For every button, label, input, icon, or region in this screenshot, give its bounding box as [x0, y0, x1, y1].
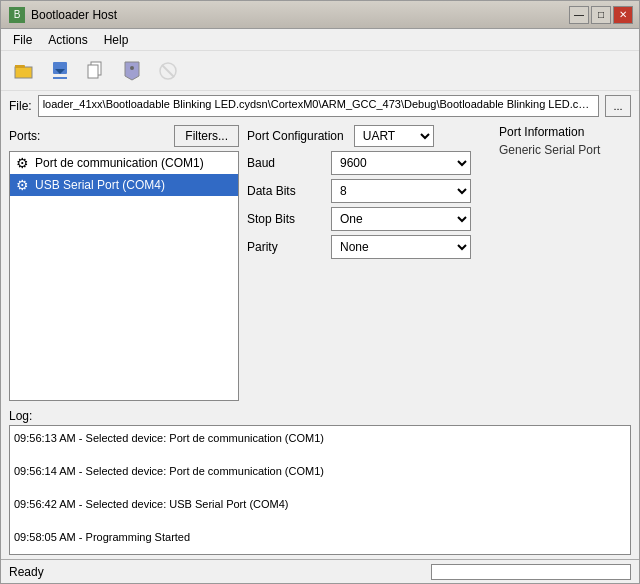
log-line-2: 09:56:42 AM - Selected device: USB Seria… [14, 496, 626, 513]
data-bits-label: Data Bits [247, 179, 327, 203]
close-button[interactable]: ✕ [613, 6, 633, 24]
svg-marker-8 [125, 62, 139, 80]
log-box[interactable]: 09:56:13 AM - Selected device: Port de c… [9, 425, 631, 555]
open-button[interactable] [7, 55, 41, 87]
filters-button[interactable]: Filters... [174, 125, 239, 147]
main-window: B Bootloader Host — □ ✕ File Actions Hel… [0, 0, 640, 584]
left-panel: Ports: Filters... ⚙ Port de communicatio… [9, 125, 239, 401]
port-config-section: Port Configuration UART Baud 9600 19200 … [247, 125, 471, 259]
status-text: Ready [9, 565, 421, 579]
maximize-button[interactable]: □ [591, 6, 611, 24]
file-path[interactable]: loader_41xx\Bootloadable Blinking LED.cy… [38, 95, 599, 117]
port-item-com4[interactable]: ⚙ USB Serial Port (COM4) [10, 174, 238, 196]
log-line-1: 09:56:14 AM - Selected device: Port de c… [14, 463, 626, 480]
svg-rect-2 [15, 65, 25, 68]
generic-serial-label: Generic Serial Port [499, 143, 600, 157]
ports-list: ⚙ Port de communication (COM1) ⚙ USB Ser… [9, 151, 239, 401]
file-browse-button[interactable]: ... [605, 95, 631, 117]
download-button[interactable] [43, 55, 77, 87]
progress-bar [431, 564, 631, 580]
port-icon-com4: ⚙ [16, 177, 29, 193]
log-section: Log: 09:56:13 AM - Selected device: Port… [1, 405, 639, 559]
title-buttons: — □ ✕ [569, 6, 633, 24]
config-grid: Baud 9600 19200 38400 57600 115200 Data … [247, 151, 471, 259]
tag-icon [121, 60, 143, 82]
toolbar [1, 51, 639, 91]
log-line-3: 09:58:05 AM - Programming Started [14, 529, 626, 546]
ports-label: Ports: [9, 129, 40, 143]
app-icon: B [9, 7, 25, 23]
port-info-section: Port Information Generic Serial Port [499, 125, 600, 157]
file-row: File: loader_41xx\Bootloadable Blinking … [1, 91, 639, 121]
menu-actions[interactable]: Actions [40, 31, 95, 49]
tag-button[interactable] [115, 55, 149, 87]
port-config-label: Port Configuration [247, 129, 344, 143]
svg-rect-5 [53, 77, 67, 79]
stop-bits-select[interactable]: One Two 1.5 [331, 207, 471, 231]
data-bits-select[interactable]: 8 7 6 5 [331, 179, 471, 203]
svg-line-11 [162, 65, 174, 77]
download-icon [49, 60, 71, 82]
window-title: Bootloader Host [31, 8, 117, 22]
parity-label: Parity [247, 235, 327, 259]
stop-icon [157, 60, 179, 82]
parity-select[interactable]: None Even Odd Mark Space [331, 235, 471, 259]
log-label: Log: [9, 409, 631, 423]
status-bar: Ready [1, 559, 639, 583]
log-line-0: 09:56:13 AM - Selected device: Port de c… [14, 430, 626, 447]
port-name-com4: USB Serial Port (COM4) [35, 178, 165, 192]
copy-button[interactable] [79, 55, 113, 87]
svg-rect-1 [15, 67, 32, 78]
minimize-button[interactable]: — [569, 6, 589, 24]
svg-rect-7 [88, 65, 98, 78]
port-name-com1: Port de communication (COM1) [35, 156, 204, 170]
open-icon [13, 60, 35, 82]
menu-file[interactable]: File [5, 31, 40, 49]
svg-point-9 [130, 66, 134, 70]
stop-button[interactable] [151, 55, 185, 87]
port-icon-com1: ⚙ [16, 155, 29, 171]
title-bar: B Bootloader Host — □ ✕ [1, 1, 639, 29]
port-item-com1[interactable]: ⚙ Port de communication (COM1) [10, 152, 238, 174]
main-content: Ports: Filters... ⚙ Port de communicatio… [1, 121, 639, 405]
menu-bar: File Actions Help [1, 29, 639, 51]
baud-label: Baud [247, 151, 327, 175]
stop-bits-label: Stop Bits [247, 207, 327, 231]
port-info-label: Port Information [499, 125, 600, 139]
ports-header: Ports: Filters... [9, 125, 239, 147]
copy-icon [85, 60, 107, 82]
protocol-select[interactable]: UART [354, 125, 434, 147]
menu-help[interactable]: Help [96, 31, 137, 49]
right-panel: Port Configuration UART Baud 9600 19200 … [247, 125, 631, 401]
file-label: File: [9, 99, 32, 113]
baud-select[interactable]: 9600 19200 38400 57600 115200 [331, 151, 471, 175]
